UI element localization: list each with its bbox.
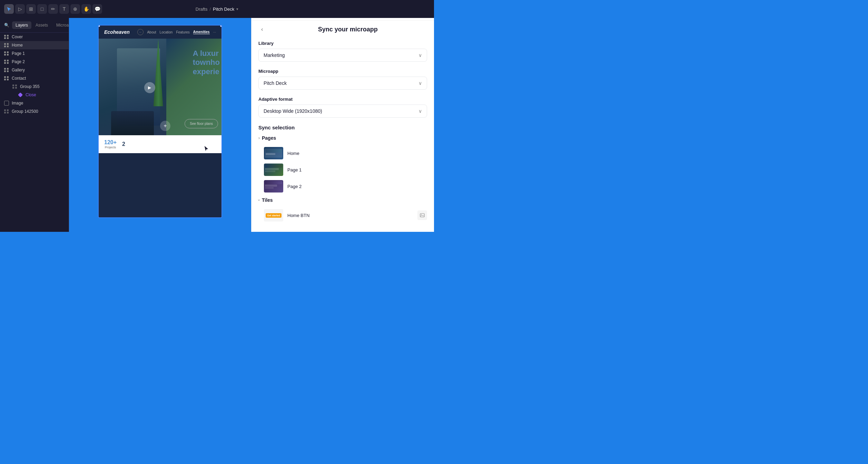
group355-layer-icon bbox=[12, 84, 17, 89]
tile-name-home-btn: Home BTN bbox=[287, 213, 413, 218]
stats-row: 120+ Projects 2 bbox=[99, 135, 221, 153]
panel-search-icon[interactable]: 🔍 bbox=[4, 23, 9, 28]
page2-label: Page 2 bbox=[12, 59, 25, 64]
canvas-content: Ecoheaven ← About Location Features Amen… bbox=[98, 25, 222, 218]
sync-title: Sync your microapp bbox=[268, 26, 427, 33]
comment-tool-icon[interactable]: 💬 bbox=[92, 4, 102, 14]
hero-car bbox=[111, 111, 154, 135]
cover-layer-icon bbox=[4, 34, 9, 39]
group142500-layer-icon bbox=[4, 109, 9, 114]
nav-location: Location bbox=[160, 30, 173, 34]
play-button[interactable]: ▶ bbox=[144, 82, 155, 93]
tiles-collapse-icon: › bbox=[257, 199, 262, 201]
page-thumb-page2 bbox=[264, 180, 283, 192]
page-thumb-page1 bbox=[264, 164, 283, 176]
layer-item-home[interactable]: Home bbox=[0, 41, 69, 49]
selection-corner-tl bbox=[98, 25, 100, 27]
image-layer-icon bbox=[4, 101, 9, 106]
main-toolbar: ▷ ⊞ □ ✏ T ⊕ ✋ 💬 Drafts / Pitch Deck ▾ bbox=[0, 0, 434, 18]
back-button[interactable]: ‹ bbox=[258, 25, 266, 34]
group142500-label: Group 142500 bbox=[12, 109, 38, 114]
gallery-label: Gallery bbox=[12, 68, 25, 72]
page-item-page2[interactable]: Page 2 bbox=[264, 178, 427, 195]
layer-item-page2[interactable]: Page 2 bbox=[0, 58, 69, 66]
hand-tool-icon[interactable]: ✋ bbox=[81, 4, 91, 14]
canvas-area: Ecoheaven ← About Location Features Amen… bbox=[69, 18, 251, 232]
stat-num-partial: 2 bbox=[122, 141, 125, 147]
nav-features: Features bbox=[176, 30, 189, 34]
pages-section-header[interactable]: › Pages bbox=[258, 135, 427, 141]
tab-layers[interactable]: Layers bbox=[12, 21, 31, 29]
library-label: Library bbox=[258, 41, 427, 46]
breadcrumb: Drafts / Pitch Deck ▾ bbox=[196, 7, 238, 12]
layer-item-close[interactable]: Close bbox=[0, 91, 69, 99]
tiles-section-header[interactable]: › Tiles bbox=[258, 197, 427, 203]
site-nav: ← About Location Features Amenities ··· bbox=[137, 29, 216, 35]
layer-item-image[interactable]: Image bbox=[0, 99, 69, 107]
stat-projects: 120+ Projects bbox=[104, 139, 117, 149]
page1-layer-icon bbox=[4, 51, 9, 56]
contact-layer-icon bbox=[4, 76, 9, 81]
text-tool-icon[interactable]: T bbox=[59, 4, 69, 14]
layer-item-gallery[interactable]: Gallery bbox=[0, 66, 69, 74]
sync-selection-title: Sync selection bbox=[258, 125, 427, 130]
page-name-home: Home bbox=[287, 151, 299, 156]
shape-tool-icon[interactable]: □ bbox=[37, 4, 47, 14]
move-tool-icon[interactable]: ▷ bbox=[15, 4, 25, 14]
layer-item-cover[interactable]: Cover bbox=[0, 33, 69, 41]
pages-section-label: Pages bbox=[262, 135, 276, 141]
page-thumb-page2-img bbox=[264, 180, 283, 192]
svg-rect-4 bbox=[420, 214, 424, 217]
component-tool-icon[interactable]: ⊕ bbox=[70, 4, 80, 14]
tab-assets[interactable]: Assets bbox=[32, 21, 51, 29]
frame-tool-icon[interactable]: ⊞ bbox=[26, 4, 36, 14]
select-tool-icon[interactable] bbox=[4, 4, 14, 14]
tile-item-home-btn[interactable]: Get started Home BTN bbox=[264, 207, 427, 224]
plus-circle-button[interactable]: + bbox=[160, 121, 170, 131]
see-floor-plans-button[interactable]: See floor plans bbox=[185, 119, 218, 128]
adaptive-format-field-group: Adaptive format Desktop Wide (1920x1080)… bbox=[258, 97, 427, 118]
canvas-frame: Ecoheaven ← About Location Features Amen… bbox=[98, 25, 222, 218]
nav-more: ··· bbox=[213, 30, 216, 34]
stat-num-projects: 120+ bbox=[104, 139, 117, 146]
nav-about: About bbox=[147, 30, 156, 34]
home-label: Home bbox=[12, 43, 23, 48]
layer-item-page1[interactable]: Page 1 bbox=[0, 49, 69, 58]
site-logo: Ecoheaven bbox=[104, 29, 130, 35]
library-dropdown-arrow: ∨ bbox=[418, 52, 422, 58]
breadcrumb-expand-icon[interactable]: ▾ bbox=[236, 7, 238, 11]
gallery-layer-icon bbox=[4, 68, 9, 72]
svg-point-5 bbox=[421, 214, 422, 215]
page-name-page1: Page 1 bbox=[287, 167, 302, 172]
stat-label-projects: Projects bbox=[104, 146, 117, 149]
page-item-home[interactable]: Home bbox=[264, 145, 427, 161]
layer-item-contact[interactable]: Contact bbox=[0, 74, 69, 82]
get-started-badge: Get started bbox=[266, 213, 282, 218]
tile-image-icon-btn[interactable] bbox=[417, 210, 427, 220]
close-label: Close bbox=[26, 92, 36, 97]
microapp-dropdown[interactable]: Pitch Deck ∨ bbox=[258, 77, 427, 90]
library-dropdown[interactable]: Marketing ∨ bbox=[258, 49, 427, 62]
adaptive-format-dropdown[interactable]: Desktop Wide (1920x1080) ∨ bbox=[258, 105, 427, 118]
layer-item-group355[interactable]: Group 355 bbox=[0, 82, 69, 91]
pen-tool-icon[interactable]: ✏ bbox=[48, 4, 58, 14]
adaptive-format-label: Adaptive format bbox=[258, 97, 427, 102]
sync-title-row: ‹ Sync your microapp bbox=[251, 21, 434, 34]
layer-item-group142500[interactable]: Group 142500 bbox=[0, 107, 69, 116]
library-value: Marketing bbox=[264, 52, 285, 58]
microapp-field-group: Microapp Pitch Deck ∨ bbox=[258, 69, 427, 90]
website-header: Ecoheaven ← About Location Features Amen… bbox=[99, 26, 221, 39]
breadcrumb-separator: / bbox=[209, 7, 211, 12]
close-layer-icon bbox=[18, 92, 23, 97]
page-item-page1[interactable]: Page 1 bbox=[264, 161, 427, 178]
breadcrumb-pitch-deck[interactable]: Pitch Deck bbox=[213, 7, 234, 12]
page-thumb-home-img bbox=[264, 147, 283, 159]
breadcrumb-drafts[interactable]: Drafts bbox=[196, 7, 208, 12]
microapp-selector[interactable]: Microap... ▾ bbox=[53, 21, 69, 29]
microapp-dropdown-arrow: ∨ bbox=[418, 80, 422, 86]
page1-label: Page 1 bbox=[12, 51, 25, 56]
page2-layer-icon bbox=[4, 59, 9, 64]
library-field-group: Library Marketing ∨ bbox=[258, 41, 427, 62]
cover-label: Cover bbox=[12, 34, 23, 39]
tiles-section: › Tiles Get started Home BTN bbox=[258, 197, 427, 224]
